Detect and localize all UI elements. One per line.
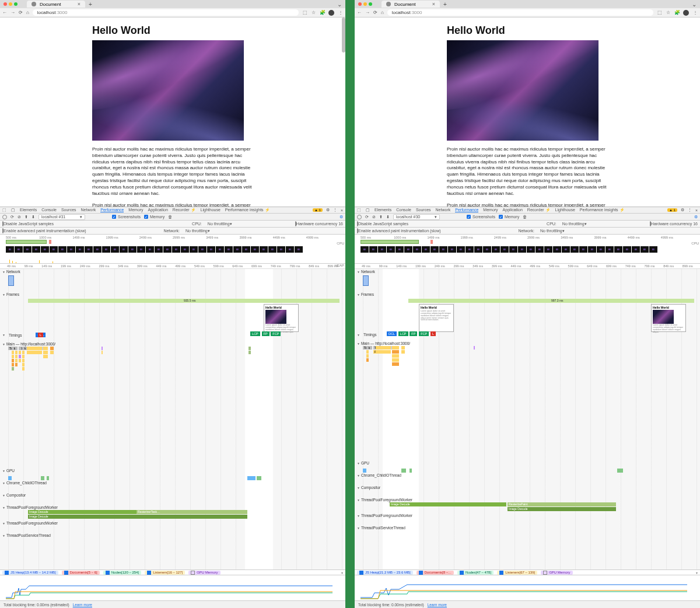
- tab-overflow-icon[interactable]: ⌄: [692, 1, 696, 8]
- timing-fp-badge[interactable]: FP: [410, 331, 417, 336]
- perf-memory-checkbox[interactable]: Memory: [144, 215, 164, 219]
- nav-back-icon[interactable]: ←: [357, 10, 362, 15]
- thread-block[interactable]: Image Decode: [508, 507, 616, 511]
- timing-fp-badge[interactable]: FP: [262, 331, 270, 336]
- perf-recording-select[interactable]: localhost #30▾: [393, 214, 440, 220]
- bookmark-icon[interactable]: ☆: [311, 10, 316, 16]
- perf-hw-checkbox[interactable]: Hardware concurrency 16: [650, 222, 698, 226]
- perf-screenshots-checkbox[interactable]: Screenshots: [112, 215, 141, 219]
- devtools-tab[interactable]: Console: [41, 208, 57, 212]
- url-input[interactable]: localhost:3000: [387, 9, 653, 16]
- devtools-tab[interactable]: Elements: [374, 208, 391, 212]
- close-tab-icon[interactable]: ×: [78, 1, 80, 7]
- perf-disable-js-checkbox[interactable]: Disable JavaScript samples: [357, 222, 408, 226]
- track-tp-svc[interactable]: ThreadPoolServiceThread: [355, 525, 700, 530]
- window-traffic-lights[interactable]: [4, 2, 18, 6]
- devtools-tab[interactable]: Performance insights ⚡: [225, 208, 270, 212]
- new-tab-button[interactable]: +: [89, 1, 92, 8]
- track-gpu[interactable]: GPU: [355, 460, 700, 466]
- perf-download-icon[interactable]: ⬇: [386, 215, 390, 219]
- devtools-tab-active[interactable]: Performance: [100, 208, 124, 212]
- thread-block[interactable]: RasterizePaint: [508, 502, 616, 506]
- perf-tracks[interactable]: Network Frames 997.3 ms Hello World Lore…: [355, 269, 700, 569]
- thread-block[interactable]: Image Decode: [28, 515, 247, 519]
- nav-reload-icon[interactable]: ⟳: [19, 10, 23, 15]
- frames-bar[interactable]: 997.3 ms: [408, 299, 694, 303]
- frame-preview[interactable]: Hello World Lorem ipsum dolor sit amet c…: [264, 304, 299, 332]
- devtools-tab[interactable]: Application: [148, 208, 168, 212]
- frame-preview[interactable]: Hello World Lorem ipsum dolor sit amet c…: [651, 304, 686, 332]
- page-viewport[interactable]: Hello World Proin nisl auctor mollis hac…: [355, 18, 700, 207]
- network-request[interactable]: [8, 275, 14, 286]
- main-flame-chart[interactable]: [8, 347, 345, 463]
- viewport-scrollbar[interactable]: [342, 18, 345, 53]
- track-tp-fg-2[interactable]: ThreadPoolForegroundWorker: [0, 520, 345, 526]
- thread-block[interactable]: RasterizerTask…: [136, 510, 247, 514]
- nav-reload-icon[interactable]: ⟳: [373, 10, 377, 15]
- track-network[interactable]: Network: [0, 269, 345, 274]
- track-timings[interactable]: Timings DCL LCP FP FCP L: [0, 332, 345, 338]
- page-viewport[interactable]: Hello World Proin nisl auctor mollis hac…: [0, 18, 345, 207]
- devtools-tab[interactable]: Performance insights ⚡: [580, 208, 625, 212]
- stat-nodes[interactable]: Nodes[47 – 478]: [457, 571, 494, 575]
- track-chrome-child[interactable]: Chrome_ChildIOThread: [0, 480, 345, 485]
- devtools-tab-active[interactable]: Performance: [455, 208, 478, 212]
- nav-forward-icon[interactable]: →: [10, 10, 15, 15]
- timing-l-badge[interactable]: L: [38, 333, 43, 337]
- perf-memory-chart[interactable]: [355, 575, 700, 601]
- devtools-tab[interactable]: Sources: [416, 208, 431, 212]
- perf-settings-icon[interactable]: ⚙: [694, 215, 698, 219]
- browser-tab[interactable]: Document ×: [27, 1, 85, 8]
- perf-trash-icon[interactable]: 🗑: [523, 215, 527, 219]
- perf-net-select[interactable]: No throttling▾: [540, 229, 575, 233]
- perf-memory-chart[interactable]: [0, 575, 345, 601]
- profile-icon[interactable]: [683, 10, 689, 16]
- devtools-tab[interactable]: Sources: [61, 208, 76, 212]
- stat-documents[interactable]: Documents[5 – 6]: [62, 571, 100, 575]
- timing-dcl-badge[interactable]: DCL: [387, 331, 397, 336]
- stats-overflow-icon[interactable]: ▾: [341, 571, 343, 575]
- perf-upload-icon[interactable]: ⬆: [379, 215, 383, 219]
- perf-reload-icon[interactable]: ⟳: [10, 215, 14, 219]
- devtools-settings-icon[interactable]: ⚙: [326, 208, 330, 212]
- devtools-warning-badge[interactable]: ▲ 1: [667, 208, 677, 212]
- devtools-settings-icon[interactable]: ⚙: [681, 208, 684, 212]
- devtools-menu-icon[interactable]: ⋮: [333, 208, 337, 212]
- stat-heap[interactable]: JS Heap[21.2 MB – 23.6 MB]: [357, 571, 413, 575]
- perf-clear-icon[interactable]: ⊘: [372, 215, 376, 219]
- devtools-close-icon[interactable]: ×: [341, 208, 343, 212]
- main-flame-chart[interactable]: [363, 346, 700, 463]
- stat-nodes[interactable]: Nodes[120 – 254]: [103, 571, 141, 575]
- menu-icon[interactable]: ⋮: [692, 10, 698, 16]
- perf-record-icon[interactable]: [2, 215, 7, 219]
- extensions-icon[interactable]: 🧩: [320, 10, 325, 16]
- stat-documents[interactable]: Documents[8 –…: [416, 571, 454, 575]
- devtools-inspect-icon[interactable]: ⬚: [357, 208, 361, 212]
- new-tab-button[interactable]: +: [443, 1, 447, 8]
- track-tp-fg[interactable]: ThreadPoolForegroundWorker: [355, 497, 700, 502]
- track-main[interactable]: Main — http://localhost:3000/: [355, 341, 700, 346]
- footer-learn-more-link[interactable]: Learn more: [73, 603, 92, 607]
- bookmark-icon[interactable]: ☆: [666, 10, 671, 16]
- profile-icon[interactable]: [328, 10, 334, 16]
- devtools-tab[interactable]: Console: [396, 208, 411, 212]
- devtools-device-icon[interactable]: ▢: [11, 208, 15, 212]
- devtools-tab[interactable]: Network: [81, 208, 96, 212]
- stats-overflow-icon[interactable]: ▾: [696, 571, 698, 575]
- timing-fcp-badge[interactable]: FCP: [271, 331, 281, 336]
- track-network[interactable]: Network: [355, 269, 700, 274]
- stat-heap[interactable]: JS Heap[13.4 MB – 14.2 MB]: [2, 571, 58, 575]
- install-app-icon[interactable]: ⬚: [302, 10, 307, 16]
- stat-gpu[interactable]: GPU Memory: [188, 571, 220, 575]
- perf-disable-js-checkbox[interactable]: Disable JavaScript samples: [2, 222, 54, 226]
- perf-overview[interactable]: 500 ms1000 ms1499 ms1999 ms2499 ms2999 m…: [355, 235, 700, 264]
- devtools-tab[interactable]: Recorder ⚡: [173, 208, 196, 212]
- track-tp-svc[interactable]: ThreadPoolServiceThread: [0, 533, 345, 538]
- perf-record-icon[interactable]: [357, 215, 362, 219]
- stat-listeners[interactable]: Listeners[16 – 127]: [145, 571, 185, 575]
- devtools-tab[interactable]: Memory: [128, 208, 143, 212]
- menu-icon[interactable]: ⋮: [338, 10, 343, 16]
- track-frames[interactable]: Frames: [0, 292, 345, 297]
- devtools-inspect-icon[interactable]: ⬚: [2, 208, 6, 212]
- track-frames[interactable]: Frames: [355, 292, 700, 297]
